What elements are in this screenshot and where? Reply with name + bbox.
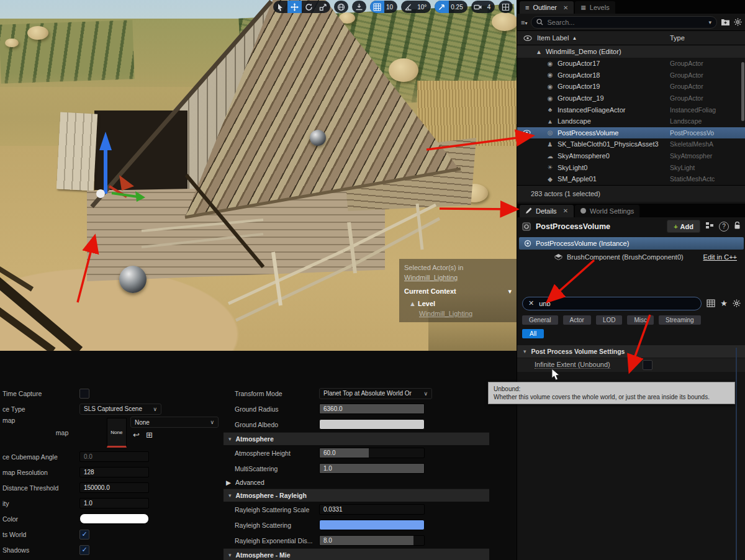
viewport-3d[interactable]: 10 10° 0.25 4	[0, 0, 517, 351]
world-row[interactable]: ▲ Windmills_Demo (Editor)	[517, 45, 745, 58]
close-icon[interactable]: ✕	[563, 207, 568, 214]
outliner-row-InstancedFoliageActor[interactable]: ♣InstancedFoliageActorInstancedFoliag	[517, 104, 745, 115]
property-checkbox[interactable]: ✓	[79, 545, 89, 555]
tab-outliner[interactable]: ≡ Outliner ✕	[520, 1, 574, 14]
move-tool-icon[interactable]	[287, 1, 302, 13]
world-space-icon[interactable]	[334, 1, 348, 13]
filter-chip-streaming[interactable]: Streaming	[659, 315, 701, 325]
col-item-label[interactable]: Item Label	[537, 34, 569, 42]
property-input[interactable]: 0.0	[79, 451, 149, 462]
lock-icon[interactable]	[734, 222, 741, 232]
chevron-down-icon[interactable]: ▾	[708, 19, 711, 25]
camera-speed-value[interactable]: 4	[485, 4, 495, 11]
color-swatch[interactable]	[319, 419, 425, 430]
outliner-row-GroupActor18[interactable]: ◉GroupActor18GroupActor	[517, 70, 745, 81]
sort-asc-icon: ▲	[572, 35, 577, 41]
scale-tool-icon[interactable]	[316, 1, 330, 13]
property-slider[interactable]: 8.0	[319, 535, 425, 546]
add-component-button[interactable]: + Add	[667, 220, 700, 233]
asset-thumbnail[interactable]: None	[107, 418, 127, 448]
property-dropdown[interactable]: SLS Captured Scene∨	[79, 404, 161, 415]
outliner-row-GroupActor19[interactable]: ◉GroupActor19GroupActor	[517, 81, 745, 93]
asset-controls: None∨↩⊞	[130, 417, 219, 440]
use-selected-icon[interactable]: ↩	[133, 430, 140, 440]
section-header-atmosphere-rayleigh[interactable]: ▾Atmosphere - Rayleigh	[224, 489, 489, 502]
favorites-star-icon[interactable]: ★	[720, 299, 728, 308]
chevron-down-icon[interactable]: ▾	[508, 286, 512, 296]
asset-dropdown[interactable]: None∨	[130, 417, 219, 428]
property-checkbox[interactable]: ✓	[79, 530, 89, 540]
select-tool-icon[interactable]	[273, 1, 287, 13]
scale-snap-icon[interactable]	[435, 1, 449, 13]
clear-search-icon[interactable]: ✕	[528, 299, 534, 307]
col-type[interactable]: Type	[670, 34, 745, 42]
outliner-row-PostProcessVolume[interactable]: ◎PostProcessVolumePostProcessVo	[517, 127, 745, 139]
property-input[interactable]: 128	[79, 467, 149, 477]
close-icon[interactable]: ✕	[563, 4, 568, 11]
outliner-scrollbar[interactable]	[741, 62, 744, 121]
property-slider[interactable]: 6360.0	[319, 404, 425, 414]
outliner-row-Landscape[interactable]: ▲LandscapeLandscape	[517, 115, 745, 127]
visibility-eye-icon[interactable]	[523, 35, 532, 41]
filter-all-button[interactable]: All	[522, 329, 544, 338]
infinite-extent-checkbox[interactable]	[643, 360, 652, 370]
actor-type: GroupActor	[670, 60, 745, 67]
blueprint-icon[interactable]	[705, 222, 714, 231]
browse-asset-icon[interactable]: ⊞	[146, 430, 153, 440]
property-dropdown[interactable]: Planet Top at Absolute World Or∨	[319, 388, 432, 399]
property-input[interactable]: 0.0331	[319, 504, 425, 515]
outliner-row-SkyLight0[interactable]: ☀SkyLight0SkyLight	[517, 161, 745, 173]
property-row-color: Color	[0, 511, 219, 526]
visibility-eye-icon[interactable]	[517, 129, 536, 137]
help-icon[interactable]: ?	[719, 222, 729, 232]
component-row[interactable]: BrushComponent (BrushComponent0) Edit in…	[517, 251, 745, 263]
filter-icon[interactable]: ≡▾	[521, 19, 527, 26]
tab-details[interactable]: Details ✕	[520, 205, 574, 217]
outliner-row-GroupActor17[interactable]: ◉GroupActor17GroupActor	[517, 58, 745, 70]
surface-snap-icon[interactable]	[352, 1, 366, 13]
angle-snap-group: 10°	[401, 1, 431, 13]
outliner-row-GroupActor_19[interactable]: ◉GroupActor_19GroupActor	[517, 93, 745, 104]
filter-chip-misc[interactable]: Misc	[627, 315, 654, 325]
section-header-atmosphere-mie[interactable]: ▾Atmosphere - Mie	[224, 548, 489, 560]
details-search-input[interactable]: ✕ unb	[522, 297, 702, 310]
gear-icon[interactable]	[733, 299, 741, 307]
outliner-row-SkyAtmosphere0[interactable]: ☁SkyAtmosphere0SkyAtmospher	[517, 150, 745, 162]
filter-chip-lod[interactable]: LOD	[596, 315, 623, 325]
property-checkbox[interactable]	[79, 389, 89, 399]
subsection-advanced[interactable]: ▶Advanced	[224, 476, 489, 489]
grid-snap-value[interactable]: 10	[384, 4, 397, 11]
section-header-atmosphere[interactable]: ▾Atmosphere	[224, 432, 489, 445]
scale-snap-value[interactable]: 0.25	[449, 4, 467, 11]
property-slider[interactable]: 60.0	[319, 448, 425, 458]
grid-snap-icon[interactable]	[370, 1, 384, 13]
gear-icon[interactable]	[734, 18, 742, 26]
rotate-tool-icon[interactable]	[302, 1, 316, 13]
angle-snap-value[interactable]: 10°	[415, 4, 431, 11]
current-context-row[interactable]: Current Context ▾	[404, 286, 512, 296]
selected-actors-level-link[interactable]: Windmill_Lighting	[404, 273, 512, 282]
grid-view-icon[interactable]	[499, 1, 513, 13]
instance-row[interactable]: PostProcessVolume (Instance)	[519, 237, 744, 250]
new-folder-icon[interactable]	[721, 18, 730, 26]
property-slider[interactable]: 1.0	[319, 463, 425, 474]
camera-speed-icon[interactable]	[471, 1, 485, 13]
actor-label: SM_Apple01	[558, 175, 670, 183]
tab-world-settings[interactable]: World Settings	[575, 205, 639, 217]
outliner-row-SM_Apple01[interactable]: ◆SM_Apple01StaticMeshActc	[517, 173, 745, 185]
display-grid-icon[interactable]	[707, 299, 715, 307]
angle-snap-icon[interactable]	[401, 1, 415, 13]
outliner-search-input[interactable]: Search... ▾	[531, 16, 717, 29]
filter-chip-general[interactable]: General	[522, 315, 558, 325]
property-input[interactable]: 1.0	[79, 498, 149, 508]
ppv-settings-header[interactable]: ▾ Post Process Volume Settings	[517, 345, 745, 358]
outliner-row-SK_TableCloth01_PhysicsAsset3[interactable]: ♟SK_TableCloth01_PhysicsAsset3SkeletalMe…	[517, 138, 745, 150]
color-swatch[interactable]	[319, 520, 425, 530]
edit-in-cpp-link[interactable]: Edit in C++	[703, 253, 737, 261]
level-row[interactable]: ▲ Level	[404, 299, 512, 309]
filter-chip-actor[interactable]: Actor	[563, 315, 591, 325]
level-name-link[interactable]: Windmill_Lighting	[404, 309, 512, 318]
tab-levels[interactable]: ▦ Levels	[575, 1, 615, 14]
property-input[interactable]: 150000.0	[79, 482, 149, 493]
color-swatch[interactable]	[79, 513, 149, 524]
